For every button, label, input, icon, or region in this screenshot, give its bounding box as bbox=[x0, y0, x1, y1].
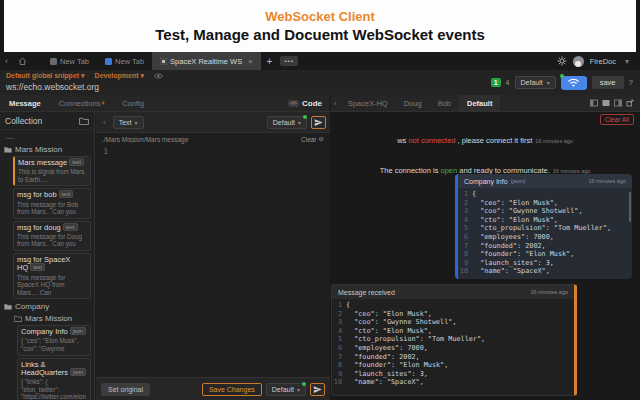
chevron-down-icon: ▾ bbox=[298, 119, 301, 126]
send-button[interactable] bbox=[311, 116, 326, 129]
received-message-card[interactable]: Message received 16 minutes ago 1{2 "ceo… bbox=[331, 284, 577, 396]
connection-tab-spacexhq[interactable]: SpaceX-HQ bbox=[340, 95, 396, 111]
chevron-down-icon: ▾ bbox=[135, 119, 138, 126]
status-message-not-connected: ws not connected , please connect it fir… bbox=[330, 136, 640, 145]
panel-right-icon[interactable] bbox=[614, 99, 622, 107]
new-folder-icon[interactable] bbox=[79, 117, 89, 125]
clear-editor-button[interactable]: Clear ⊘ bbox=[301, 135, 324, 143]
eye-icon[interactable] bbox=[154, 73, 163, 79]
promo-header: WebSocket Client Test, Manage and Docuem… bbox=[0, 0, 640, 52]
connect-button[interactable] bbox=[561, 76, 587, 90]
tab-config[interactable]: Config bbox=[113, 95, 153, 111]
message-item-company-info[interactable]: Company Infojson { "ceo": "Elon Musk", "… bbox=[17, 325, 91, 355]
target-connection-dropdown[interactable]: Default ▾ bbox=[267, 116, 307, 129]
page-title: WebSocket Client bbox=[265, 9, 375, 24]
page-subtitle: Test, Manage and Docuemt WebSocket event… bbox=[155, 26, 485, 43]
type-badge: json bbox=[70, 327, 86, 335]
set-original-button[interactable]: Set original bbox=[101, 383, 150, 396]
type-badge: text bbox=[30, 263, 45, 271]
global-snippet-select[interactable]: Default global snippet ▾ bbox=[6, 72, 85, 80]
more-tabs-icon[interactable]: ••• bbox=[280, 56, 297, 66]
chevron-down-icon: ▾ bbox=[622, 57, 632, 66]
total-count: 4 bbox=[506, 79, 510, 86]
save-button[interactable]: save bbox=[592, 76, 624, 89]
folder-mars-mission[interactable]: Mars Mission bbox=[4, 144, 91, 154]
save-changes-button[interactable]: Save Changes bbox=[202, 383, 262, 396]
type-badge: json bbox=[70, 368, 86, 376]
new-tab-button[interactable]: + bbox=[261, 56, 279, 67]
browser-tab[interactable]: New Tab bbox=[42, 52, 97, 70]
message-item-mars-message[interactable]: Mars messagetext This is signal from Mar… bbox=[13, 156, 91, 186]
connections-count-badge: 4 bbox=[101, 100, 104, 106]
type-badge: text bbox=[69, 158, 84, 166]
message-editor[interactable]: 1 bbox=[96, 145, 330, 361]
type-badge: text bbox=[63, 223, 78, 231]
status-dot bbox=[303, 115, 307, 119]
chevron-down-icon: ▾ bbox=[81, 72, 85, 79]
panel-full-icon[interactable] bbox=[602, 99, 610, 107]
websocket-url-input[interactable]: ws://echo.websocket.org bbox=[6, 82, 163, 92]
gear-icon[interactable] bbox=[557, 56, 567, 66]
code-icon: </> bbox=[288, 100, 299, 107]
message-item-links-headquarters[interactable]: Links & HeadQuartersjson { "links": { "e… bbox=[17, 358, 91, 400]
sidebar-title: Collection bbox=[5, 116, 42, 126]
chevron-down-icon: ▾ bbox=[141, 72, 145, 79]
code-button[interactable]: </> Code bbox=[288, 99, 330, 108]
message-editor-panel: ‹ Text ▾ Default ▾ ./Mars Mission/Mars m… bbox=[96, 112, 330, 400]
browser-chrome: ‹ New Tab New Tab SpaceX Realtime WS × +… bbox=[0, 52, 640, 70]
tab-connections[interactable]: Connections4 bbox=[50, 95, 113, 111]
collapse-sidebar-icon[interactable]: ‹ bbox=[100, 118, 109, 127]
connection-tab-doug[interactable]: Doug bbox=[396, 95, 430, 111]
help-icon[interactable]: ? bbox=[629, 78, 633, 87]
folder-company-mars-mission[interactable]: Mars Mission bbox=[14, 313, 91, 323]
popout-icon[interactable] bbox=[626, 99, 634, 107]
collection-sidebar: Collection — Mars Mission Mars messagete… bbox=[0, 112, 95, 400]
tab-label: New Tab bbox=[115, 57, 144, 66]
target-connection-dropdown-bottom[interactable]: Default ▾ bbox=[266, 383, 306, 396]
timestamp: 16 minutes ago bbox=[535, 138, 573, 144]
main-tab-row: Message Connections4 Config </> Code ‹ S… bbox=[0, 95, 640, 112]
status-dot bbox=[560, 74, 564, 78]
folder-icon bbox=[4, 146, 12, 153]
timestamp: 16 minutes ago bbox=[588, 178, 626, 184]
connection-tab-bob[interactable]: Bob bbox=[430, 95, 459, 111]
websocket-client-app: WebSocket Client Test, Manage and Docuem… bbox=[0, 0, 640, 400]
clear-icon: ⊘ bbox=[319, 135, 324, 143]
json-code-block: 1{2 "ceo": "Elon Musk",3 "coo": "Gwynne … bbox=[458, 188, 632, 276]
message-item-msg-for-doug[interactable]: msg for dougtext This message for Doug f… bbox=[13, 221, 91, 251]
clear-all-button[interactable]: Clear All bbox=[600, 114, 634, 125]
status-dot bbox=[302, 382, 306, 386]
send-button-bottom[interactable] bbox=[310, 383, 325, 396]
line-number: 1 bbox=[96, 145, 112, 361]
message-type-dropdown[interactable]: Text ▾ bbox=[113, 116, 144, 129]
message-item-msg-for-bob[interactable]: msg for bobtext This message for Bob fro… bbox=[13, 188, 91, 218]
send-icon bbox=[314, 118, 323, 127]
browser-tab[interactable]: New Tab bbox=[97, 52, 152, 70]
tab-favicon bbox=[160, 58, 167, 65]
close-icon[interactable]: × bbox=[248, 57, 252, 66]
sent-message-card-company-info[interactable]: Company Info (json) 16 minutes ago 1{2 "… bbox=[455, 174, 632, 279]
environment-dropdown[interactable]: Default ▾ bbox=[515, 76, 556, 89]
json-code-block: 1{2 "ceo": "Elon Musk",3 "coo": "Gwynne … bbox=[332, 299, 574, 387]
chevron-down-icon: ▾ bbox=[297, 386, 300, 393]
back-icon[interactable]: ‹ bbox=[0, 56, 13, 66]
home-icon[interactable] bbox=[13, 57, 32, 66]
tab-message[interactable]: Message bbox=[0, 95, 50, 111]
connection-tab-default[interactable]: Default bbox=[459, 95, 500, 111]
folder-company[interactable]: Company bbox=[4, 301, 91, 311]
panel-left-icon[interactable] bbox=[590, 99, 598, 107]
message-item-msg-for-spacex-hq[interactable]: msg for SpaceX HQtext This message for S… bbox=[13, 253, 91, 299]
send-icon bbox=[313, 385, 322, 394]
profile-menu[interactable]: FireDoc bbox=[590, 57, 616, 66]
header-side-bar bbox=[636, 0, 640, 52]
card-type: (json) bbox=[511, 178, 526, 184]
tab-favicon bbox=[105, 58, 112, 65]
browser-tab-active[interactable]: SpaceX Realtime WS × bbox=[152, 52, 261, 70]
chevron-left-icon[interactable]: ‹ bbox=[331, 99, 340, 108]
tab-favicon bbox=[50, 58, 57, 65]
tab-label: SpaceX Realtime WS bbox=[170, 57, 242, 66]
environment-select[interactable]: Development ▾ bbox=[95, 72, 144, 80]
scrollbar[interactable] bbox=[629, 192, 631, 222]
firedoc-logo-icon[interactable] bbox=[573, 56, 584, 67]
header-side-bar bbox=[0, 0, 4, 52]
